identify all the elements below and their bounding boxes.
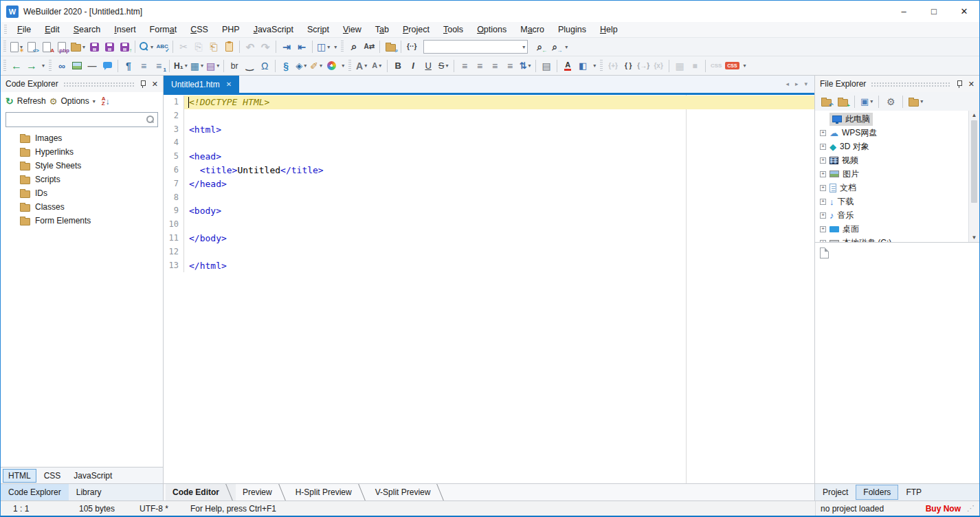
panel-close-icon[interactable]: ✕ — [152, 80, 158, 89]
file-tree-item[interactable]: +视频 — [817, 153, 968, 167]
comment-button[interactable] — [100, 58, 115, 74]
resize-grip[interactable]: ⋰ — [967, 504, 975, 513]
view-mode-button[interactable]: ▣▾ — [859, 94, 874, 109]
maximize-button[interactable]: □ — [919, 1, 949, 22]
panel-layout-button[interactable]: ◫▾ — [315, 39, 331, 54]
image-button[interactable] — [69, 58, 85, 74]
file-tree-item[interactable]: +♪音乐 — [817, 208, 968, 222]
paste-button[interactable]: ⎗ — [206, 39, 221, 54]
menu-file[interactable]: File — [10, 22, 38, 37]
menu-tools[interactable]: Tools — [436, 22, 470, 37]
tag-button[interactable]: ◈▾ — [293, 58, 309, 74]
navigate-forward-button[interactable]: → — [24, 58, 39, 74]
menu-insert[interactable]: Insert — [107, 22, 142, 37]
clipboard-history-button[interactable] — [221, 39, 236, 54]
heading-button[interactable]: H₁▾ — [172, 58, 189, 74]
line-break-button[interactable]: br — [227, 58, 242, 74]
panel-tab-project[interactable]: Project — [815, 484, 856, 500]
expand-icon[interactable]: + — [820, 199, 826, 205]
underline-button[interactable]: U — [421, 58, 436, 74]
bullet-list-button[interactable]: ≡ — [136, 58, 151, 74]
toolbar-grip[interactable] — [341, 41, 344, 53]
panel-tab-library[interactable]: Library — [69, 484, 109, 500]
navigate-back-button[interactable]: ← — [9, 58, 24, 74]
italic-button[interactable]: I — [405, 58, 421, 74]
scroll-down-icon[interactable]: ▼ — [972, 234, 977, 241]
toolbar-overflow-button[interactable]: ▾ — [39, 63, 47, 69]
code-explorer-folder[interactable]: Form Elements — [1, 214, 163, 228]
scrollbar-thumb[interactable] — [971, 120, 977, 203]
favorite-folders-button[interactable]: ▾ — [907, 94, 924, 109]
menu-macro[interactable]: Macro — [513, 22, 551, 37]
menu-options[interactable]: Options — [470, 22, 513, 37]
view-tab-preview[interactable]: Preview — [236, 484, 289, 500]
panel-tab-ftp[interactable]: FTP — [898, 484, 929, 500]
tree-scrollbar[interactable]: ▲ ▼ — [968, 111, 979, 242]
numbered-list-button[interactable]: ≡1 — [151, 58, 166, 74]
options-button[interactable]: Options — [60, 96, 89, 106]
find-button[interactable]: ⌕ — [346, 39, 361, 54]
close-button[interactable]: ✕ — [949, 1, 979, 22]
bold-button[interactable]: B — [390, 58, 405, 74]
toolbar-overflow-button[interactable]: ▾ — [741, 63, 749, 69]
file-tree-item[interactable]: +文档 — [817, 181, 968, 195]
pin-icon[interactable] — [140, 80, 146, 89]
find-previous-button[interactable]: ⌕← — [532, 39, 547, 54]
decrease-font-button[interactable]: A▾ — [369, 58, 384, 74]
lang-tab-html[interactable]: HTML — [3, 469, 36, 483]
tab-scroll-left-icon[interactable]: ◂ — [786, 80, 789, 87]
expand-icon[interactable]: + — [820, 240, 826, 243]
menu-edit[interactable]: Edit — [38, 22, 67, 37]
quick-search-button[interactable]: ▾ — [138, 39, 155, 54]
menu-script[interactable]: Script — [300, 22, 336, 37]
tab-list-icon[interactable]: ▾ — [804, 80, 808, 87]
file-list-area[interactable] — [815, 242, 979, 483]
toolbar-grip[interactable] — [49, 60, 52, 72]
replace-button[interactable]: A⇄ — [361, 39, 377, 54]
expand-icon[interactable]: + — [820, 185, 826, 191]
toolbar-overflow-button[interactable]: ▾ — [590, 63, 599, 69]
toolbar-overflow-button[interactable]: ▾ — [339, 63, 347, 69]
document-tab[interactable]: Untitled1.htm ✕ — [164, 76, 239, 93]
search-combobox-input[interactable] — [424, 42, 522, 52]
save-button[interactable] — [87, 39, 102, 54]
non-breaking-space-button[interactable]: ‿ — [242, 58, 257, 74]
view-tab-v-split-preview[interactable]: V-Split Preview — [368, 484, 447, 500]
save-and-upload-button[interactable]: ↑ — [117, 39, 132, 54]
new-php-document-button[interactable]: php — [54, 39, 69, 54]
menu-css[interactable]: CSS — [183, 22, 215, 37]
new-style-sheet-button[interactable]: A — [39, 39, 54, 54]
minimize-button[interactable]: – — [889, 1, 919, 22]
toolbar-grip[interactable] — [3, 60, 6, 72]
hyperlink-button[interactable]: ∞ — [54, 58, 69, 74]
code-explorer-folder[interactable]: Classes — [1, 200, 163, 214]
code-editor[interactable]: 1<!DOCTYPE HTML>23<html>45<head>6 <title… — [164, 95, 814, 483]
expand-icon[interactable]: + — [820, 144, 826, 150]
lang-tab-javascript[interactable]: JavaScript — [68, 469, 118, 483]
script-button[interactable]: § — [278, 58, 293, 74]
highlight-color-button[interactable]: ◧ — [575, 58, 590, 74]
expand-icon[interactable]: + — [820, 171, 826, 177]
toolbar-overflow-button[interactable]: ▾ — [331, 44, 339, 50]
new-html-document-button[interactable]: <> — [24, 39, 39, 54]
indent-button[interactable]: ⇥ — [279, 39, 294, 54]
menu-plugins[interactable]: Plugins — [551, 22, 593, 37]
search-combobox[interactable]: ▾ — [423, 40, 528, 54]
code-explorer-folder[interactable]: Scripts — [1, 173, 163, 186]
expand-icon[interactable]: + — [820, 212, 826, 219]
folder-up-button[interactable]: ↶ — [818, 94, 834, 109]
view-tab-code-editor[interactable]: Code Editor — [166, 484, 236, 500]
menu-php[interactable]: PHP — [215, 22, 247, 37]
buy-now-link[interactable]: Buy Now — [926, 504, 961, 514]
menu-help[interactable]: Help — [593, 22, 625, 37]
new-folder-button[interactable]: + — [835, 94, 850, 109]
expand-icon[interactable]: + — [820, 157, 826, 164]
tab-close-icon[interactable]: ✕ — [226, 80, 232, 88]
file-tree-item[interactable]: +☁WPS网盘 — [817, 126, 968, 140]
css-edit-style-button[interactable]: { } — [621, 58, 636, 74]
view-tab-h-split-preview[interactable]: H-Split Preview — [289, 484, 368, 500]
toolbar-grip[interactable] — [600, 60, 603, 72]
menu-format[interactable]: Format — [143, 22, 184, 37]
align-center-button[interactable]: ≡ — [472, 58, 487, 74]
toolbar-grip[interactable] — [3, 41, 6, 53]
